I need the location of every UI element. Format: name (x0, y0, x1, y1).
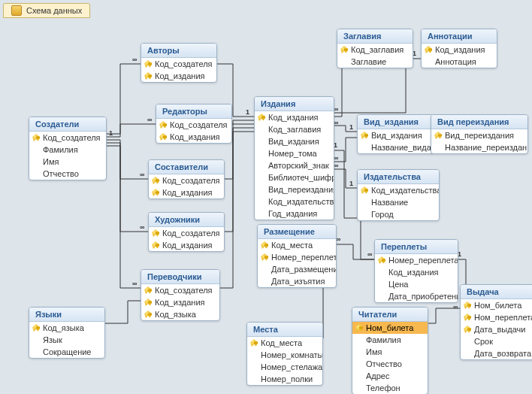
field-row[interactable]: Имя (29, 156, 106, 168)
field-row[interactable]: Код_создателя (141, 284, 219, 296)
field-row[interactable]: Название_вида (358, 141, 433, 153)
card-many: ∞ (367, 250, 372, 258)
table-body: Вид_переизданияНазвание_переиздания (431, 129, 527, 153)
field-row[interactable]: Номер_переплета (258, 251, 336, 263)
field-row[interactable]: Код_издания (149, 239, 224, 251)
table-title: Художники (149, 213, 224, 227)
field-row[interactable]: Код_создателя (141, 58, 216, 70)
field-row[interactable]: Номер_стелажа (247, 361, 322, 373)
field-row[interactable]: Код_создателя (149, 227, 224, 239)
field-row[interactable]: Код_издания (422, 44, 497, 56)
table-avtory[interactable]: Авторы Код_создателяКод_издания (141, 43, 217, 83)
field-row[interactable]: Вид_переиздания (431, 129, 527, 141)
table-sozdateli[interactable]: Создатели Код_создателяФамилияИмяОтчеств… (29, 117, 107, 180)
card-many: ∞ (132, 280, 137, 287)
window-tab[interactable]: Схема данных (3, 3, 90, 18)
field-row[interactable]: Код_издательства (255, 195, 334, 208)
table-body: Код_создателяКод_изданияКод_языка (141, 284, 219, 320)
field-row[interactable]: Вид_издания (358, 129, 433, 141)
field-row[interactable]: Дата_выдачи (461, 323, 532, 335)
field-row[interactable]: Ном_билета (461, 299, 532, 311)
field-row[interactable]: Адрес (352, 370, 428, 382)
table-body: Код_создателяКод_издания (156, 119, 231, 143)
field-row[interactable]: Фамилия (352, 334, 428, 346)
table-title: Переплеты (375, 240, 458, 254)
card-one: 1 (349, 180, 353, 187)
table-vydacha[interactable]: Выдача Ном_билетаНом_переплетаДата_выдач… (460, 284, 532, 360)
field-row[interactable]: Отчество (352, 358, 428, 370)
table-sostaviteli[interactable]: Составители Код_создателяКод_издания (148, 159, 225, 199)
field-row[interactable]: Код_издания (141, 70, 216, 82)
table-pereplety[interactable]: Переплеты Номер_переплетаКод_изданияЦена… (374, 239, 458, 303)
field-row[interactable]: Код_места (258, 239, 336, 251)
relationships-icon (11, 5, 22, 16)
field-row[interactable]: Номер_переплета (375, 254, 458, 266)
table-zaglaviya[interactable]: Заглавия Код_заглавияЗаглавие (337, 29, 413, 68)
field-row[interactable]: Номер_полки (247, 373, 322, 385)
table-mesta[interactable]: Места Код_местаНомер_комнатыНомер_стелаж… (246, 322, 323, 386)
field-row[interactable]: Код_языка (29, 322, 104, 334)
schema-canvas[interactable]: Схема данных 1 ∞ ∞ ∞ (0, 0, 532, 394)
field-row[interactable]: Имя (352, 346, 428, 358)
field-row[interactable]: Язык (29, 334, 104, 346)
table-vid-izdaniya[interactable]: Вид_издания Вид_изданияНазвание_вида (357, 114, 434, 154)
field-row[interactable]: Номер_тома (255, 147, 334, 159)
field-row[interactable]: Код_издания (156, 131, 231, 143)
field-row[interactable]: Дата_возврата (461, 347, 532, 359)
field-row[interactable]: Код_создателя (29, 132, 106, 144)
card-many: ∞ (453, 303, 458, 311)
field-row[interactable]: Заглавие (337, 56, 413, 68)
field-row[interactable]: Библиотеч_шифр (255, 171, 334, 183)
field-row[interactable]: Дата_изъятия (258, 275, 336, 287)
field-row[interactable]: Название (358, 196, 439, 208)
field-row[interactable]: Код_языка (141, 308, 219, 320)
field-row[interactable]: Вид_переиздания (255, 183, 334, 195)
table-body: Код_создателяКод_издания (149, 227, 224, 251)
field-row[interactable]: Код_издания (255, 111, 334, 123)
field-row[interactable]: Ном_билета (352, 322, 428, 334)
field-row[interactable]: Код_издания (375, 266, 458, 278)
field-row[interactable]: Код_создателя (149, 174, 224, 186)
table-vid-pereizdaniya[interactable]: Вид переиздания Вид_переизданияНазвание_… (431, 114, 528, 154)
field-row[interactable]: Код_места (247, 337, 322, 349)
field-row[interactable]: Ном_переплета (461, 311, 532, 323)
field-row[interactable]: Отчество (29, 168, 106, 180)
field-row[interactable]: Фамилия (29, 144, 106, 156)
field-row[interactable]: Название_переиздания (431, 141, 527, 153)
table-body: Код_заглавияЗаглавие (337, 44, 413, 68)
table-body: Код_создателяФамилияИмяОтчество (29, 132, 106, 180)
field-row[interactable]: Дата_размещения (258, 263, 336, 275)
card-many: ∞ (140, 223, 144, 231)
table-perevodchiki[interactable]: Переводчики Код_создателяКод_изданияКод_… (141, 269, 220, 321)
field-row[interactable]: Цена (375, 278, 458, 290)
field-row[interactable]: Город (358, 208, 439, 220)
field-row[interactable]: Сокращение (29, 346, 104, 358)
field-row[interactable]: Код_заглавия (337, 44, 413, 56)
field-row[interactable]: Срок (461, 335, 532, 347)
table-yazyki[interactable]: Языки Код_языкаЯзыкСокращение (29, 307, 105, 359)
card-many: ∞ (132, 56, 137, 63)
table-body: Вид_изданияНазвание_вида (358, 129, 433, 153)
table-body: Номер_переплетаКод_изданияЦенаДата_приоб… (375, 254, 458, 302)
table-hudozhniki[interactable]: Художники Код_создателяКод_издания (148, 212, 225, 252)
field-row[interactable]: Код_создателя (156, 119, 231, 131)
field-row[interactable]: Вид_издания (255, 135, 334, 147)
field-row[interactable]: Код_издания (141, 296, 219, 308)
field-row[interactable]: Телефон (352, 382, 428, 394)
field-row[interactable]: Код_заглавия (255, 123, 334, 135)
table-annotacii[interactable]: Аннотации Код_изданияАннотация (421, 29, 497, 68)
field-row[interactable]: Код_издания (149, 186, 224, 199)
field-row[interactable]: Номер_комнаты (247, 349, 322, 361)
field-row[interactable]: Авторский_знак (255, 159, 334, 171)
table-izdaniya[interactable]: Издания Код_изданияКод_заглавияВид_издан… (254, 96, 334, 220)
field-row[interactable]: Код_издательства (358, 184, 439, 196)
table-izdatelstva[interactable]: Издательства Код_издательстваНазваниеГор… (357, 169, 440, 221)
table-title: Создатели (29, 117, 106, 132)
field-row[interactable]: Дата_приобретения (375, 290, 458, 302)
field-row[interactable]: Год_издания (255, 208, 334, 220)
field-row[interactable]: Аннотация (422, 56, 497, 68)
card-one: 1 (349, 123, 353, 131)
table-redaktory[interactable]: Редакторы Код_создателяКод_издания (156, 104, 232, 144)
table-chitateli[interactable]: Читатели Ном_билетаФамилияИмяОтчествоАдр… (352, 307, 428, 394)
table-razmeshenie[interactable]: Размещение Код_местаНомер_переплетаДата_… (257, 224, 337, 288)
